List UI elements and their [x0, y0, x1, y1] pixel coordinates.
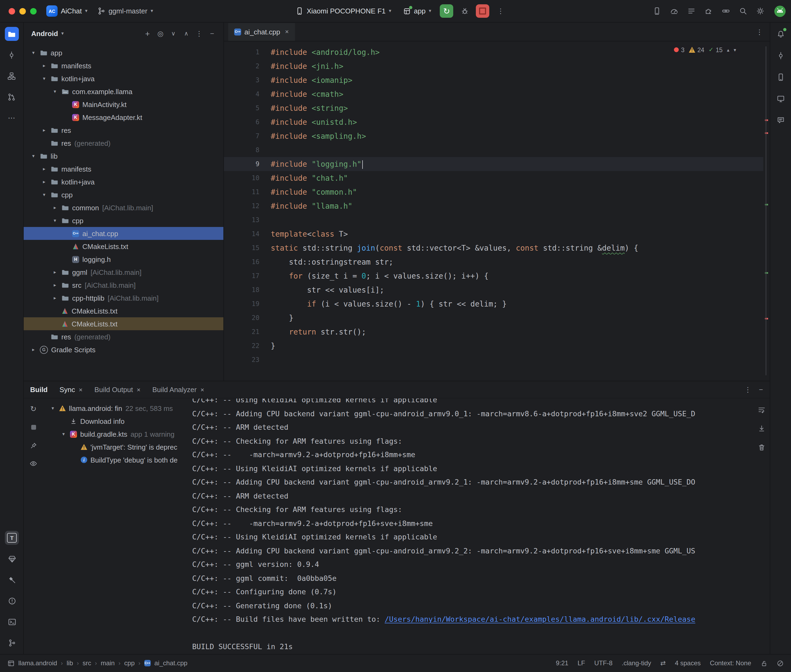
- structure-icon[interactable]: [5, 69, 19, 83]
- error-stripe-mark[interactable]: [765, 132, 768, 134]
- close-tab-icon[interactable]: ×: [201, 386, 204, 394]
- error-stripe-mark[interactable]: [765, 119, 768, 121]
- editor-scrollbar[interactable]: [765, 46, 766, 375]
- file-encoding[interactable]: UTF-8: [594, 660, 613, 667]
- build-tab-sync[interactable]: Sync×: [59, 386, 83, 394]
- build-tree-item-jvmtarget-string-is-deprec[interactable]: !'jvmTarget': String' is deprec: [43, 440, 192, 453]
- run-button[interactable]: ↻: [440, 4, 453, 18]
- clang-tidy-status[interactable]: .clang-tidy: [622, 660, 651, 667]
- project-tree-item-res[interactable]: res(generated): [24, 137, 223, 149]
- build-output-path-link[interactable]: /Users/hanyin/Workspace/ai-chat/examples…: [385, 615, 695, 623]
- pin-icon[interactable]: [27, 439, 39, 451]
- tree-chevron-right-icon[interactable]: ▸: [52, 295, 58, 301]
- editor-tab-ai-chat-cpp[interactable]: C++ ai_chat.cpp ×: [228, 23, 295, 41]
- build-icon[interactable]: [5, 573, 19, 587]
- code-line-12[interactable]: 12#include "llama.h": [224, 199, 763, 213]
- code-line-3[interactable]: 3#include <iomanip>: [224, 73, 763, 87]
- project-tree-item-cpp[interactable]: ▾cpp: [24, 188, 223, 201]
- project-tree-item-lib[interactable]: ▾lib: [24, 149, 223, 162]
- code-line-14[interactable]: 14template<class T>: [224, 227, 763, 241]
- project-tree-item-cpp-httplib[interactable]: ▸cpp-httplib[AiChat.lib.main]: [24, 291, 223, 304]
- build-tree-item-download-info[interactable]: Download info: [43, 414, 192, 427]
- tree-chevron-down-icon[interactable]: ▾: [52, 89, 58, 94]
- project-tree-item-src[interactable]: ▸src[AiChat.lib.main]: [24, 278, 223, 291]
- code-line-22[interactable]: 22}: [224, 339, 763, 353]
- tree-chevron-down-icon[interactable]: ▾: [41, 192, 47, 197]
- code-line-6[interactable]: 6#include <unistd.h>: [224, 115, 763, 129]
- code-line-5[interactable]: 5#include <string>: [224, 101, 763, 115]
- next-problem-button[interactable]: ▾: [734, 47, 736, 53]
- code-line-20[interactable]: 20 }: [224, 311, 763, 325]
- minimize-window-button[interactable]: [19, 8, 26, 14]
- project-tree-item-ai-chat-cpp[interactable]: C++ai_chat.cpp: [24, 227, 223, 240]
- mirror-device-icon[interactable]: [650, 4, 664, 18]
- device-selector[interactable]: Xiaomi POCOPHONE F1 ▾: [295, 7, 391, 15]
- tree-chevron-right-icon[interactable]: ▸: [52, 205, 58, 210]
- project-widget[interactable]: AC AiChat ▾: [46, 5, 87, 17]
- code-line-11[interactable]: 11#include "common.h": [224, 185, 763, 199]
- code-line-17[interactable]: 17 for (size_t i = 0; i < values.size();…: [224, 269, 763, 283]
- user-avatar[interactable]: [774, 5, 786, 17]
- project-view-selector[interactable]: Android: [31, 29, 58, 37]
- search-everywhere-icon[interactable]: [736, 4, 750, 18]
- code-line-7[interactable]: 7#include <sampling.h>: [224, 129, 763, 143]
- close-tab-icon[interactable]: ×: [137, 386, 141, 394]
- tree-chevron-right-icon[interactable]: ▸: [30, 347, 37, 352]
- settings-icon[interactable]: [753, 4, 767, 18]
- build-tree-item-llama-android-fin[interactable]: ▾!llama.android: fin22 sec, 583 ms: [43, 402, 192, 414]
- error-stripe-mark[interactable]: [765, 272, 768, 274]
- project-tree-item-kotlin-java[interactable]: ▸kotlin+java: [24, 175, 223, 188]
- project-tree-item-manifests[interactable]: ▸manifests: [24, 162, 223, 175]
- project-tree-item-mainactivity-kt[interactable]: KMainActivity.kt: [24, 98, 223, 111]
- build-title[interactable]: Build: [30, 386, 48, 394]
- inspections-widget[interactable]: 3 !24 ✓15 ▴ ▾: [671, 45, 739, 54]
- plugins-icon[interactable]: [702, 4, 716, 18]
- tree-chevron-down-icon[interactable]: ▾: [30, 50, 37, 55]
- code-with-me-icon[interactable]: [719, 4, 733, 18]
- passed-count[interactable]: ✓15: [709, 46, 723, 53]
- tree-chevron-right-icon[interactable]: ▸: [41, 166, 47, 171]
- tree-chevron-right-icon[interactable]: ▸: [41, 63, 47, 68]
- notifications-icon[interactable]: [773, 27, 788, 41]
- project-tree-item-kotlin-java[interactable]: ▾kotlin+java: [24, 72, 223, 85]
- pull-requests-icon[interactable]: [5, 90, 19, 104]
- collapse-all-icon[interactable]: ∧: [180, 27, 192, 39]
- project-tree-item-logging-h[interactable]: Hlogging.h: [24, 253, 223, 266]
- code-line-19[interactable]: 19 if (i < values.size() - 1) { str << d…: [224, 297, 763, 311]
- run-configuration-selector[interactable]: app ▾: [403, 7, 431, 15]
- hide-build-panel-icon[interactable]: −: [759, 386, 763, 394]
- project-tree-item-messageadapter-kt[interactable]: KMessageAdapter.kt: [24, 111, 223, 124]
- add-icon[interactable]: +: [141, 27, 153, 39]
- project-tree-item-cmakelists-txt[interactable]: CMakeLists.txt: [24, 304, 223, 317]
- code-line-10[interactable]: 10#include "chat.h": [224, 171, 763, 185]
- project-tree-item-cmakelists-txt[interactable]: CMakeLists.txt: [24, 240, 223, 253]
- warnings-count[interactable]: !24: [689, 46, 704, 53]
- rerun-sync-icon[interactable]: ↻: [27, 403, 39, 414]
- indent-status[interactable]: 4 spaces: [675, 660, 701, 667]
- clear-all-icon[interactable]: [756, 442, 767, 453]
- breadcrumb-item-main[interactable]: main: [101, 660, 115, 667]
- formatter-status[interactable]: ⇄: [660, 660, 666, 667]
- highlighting-status[interactable]: [777, 660, 783, 667]
- terminal-icon[interactable]: [5, 615, 19, 629]
- error-stripe-mark[interactable]: [765, 318, 768, 320]
- project-tree-item-app[interactable]: ▾app: [24, 46, 223, 59]
- options-icon[interactable]: ⋮: [193, 27, 205, 39]
- breadcrumb-item-cpp[interactable]: cpp: [124, 660, 135, 667]
- project-tree-item-cmakelists-txt[interactable]: CMakeLists.txt: [24, 317, 223, 330]
- build-tree-item-build-gradle-kts[interactable]: ▾Kbuild.gradle.ktsapp 1 warning: [43, 427, 192, 440]
- build-tab-build-output[interactable]: Build Output×: [95, 386, 141, 394]
- close-tab-icon[interactable]: ×: [79, 386, 83, 394]
- more-tool-windows-icon[interactable]: ⋯: [5, 111, 19, 125]
- preview-icon[interactable]: [27, 458, 39, 469]
- code-line-15[interactable]: 15static std::string join(const std::vec…: [224, 241, 763, 255]
- breadcrumb-item-llama-android[interactable]: llama.android: [18, 660, 57, 667]
- code-area[interactable]: 1#include <android/log.h>2#include <jni.…: [224, 41, 763, 381]
- vcs-branch-widget[interactable]: ggml-master ▾: [97, 7, 153, 15]
- task-list-icon[interactable]: [684, 4, 698, 18]
- editor-options-icon[interactable]: ⋮: [756, 28, 763, 36]
- close-tab-icon[interactable]: ×: [285, 28, 289, 35]
- lock-status[interactable]: [761, 660, 767, 667]
- scroll-to-end-icon[interactable]: [756, 423, 767, 435]
- tree-chevron-right-icon[interactable]: ▸: [52, 282, 58, 288]
